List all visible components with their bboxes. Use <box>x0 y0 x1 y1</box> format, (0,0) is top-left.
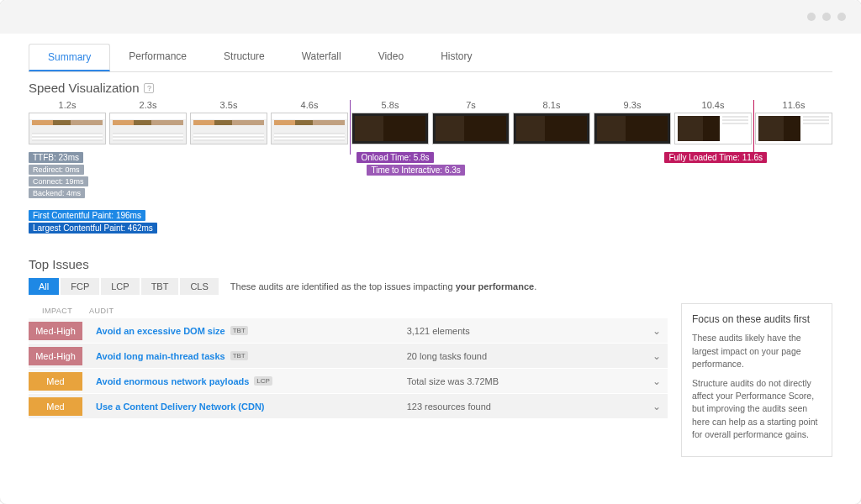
frame-thumbnail <box>109 113 187 144</box>
fully-loaded-badge: Fully Loaded Time: 11.6s <box>664 152 767 163</box>
frame-thumbnail <box>594 113 671 144</box>
audit-cell: Avoid an excessive DOM sizeTBT <box>89 326 407 336</box>
focus-panel-p2: Structure audits do not directly affect … <box>692 377 821 441</box>
audit-link[interactable]: Use a Content Delivery Network (CDN) <box>96 402 265 412</box>
frame-thumbnail <box>513 113 590 144</box>
issues-body: Med-HighAvoid an excessive DOM sizeTBT3,… <box>29 318 668 419</box>
impact-badge: Med <box>29 372 82 391</box>
frame-thumbnail <box>674 113 752 144</box>
frame-time-label: 10.4s <box>702 100 725 110</box>
audit-value: 123 resources found <box>407 402 646 412</box>
app-window: SummaryPerformanceStructureWaterfallVide… <box>0 0 861 504</box>
filmstrip-frame[interactable]: 2.3s <box>109 100 187 144</box>
issue-filter-row: AllFCPLCPTBTCLS These audits are identif… <box>29 278 832 295</box>
timing-badges-left: TTFB: 23ms Redirect: 0ms Connect: 19ms B… <box>29 152 157 234</box>
filmstrip-frame[interactable]: 4.6s <box>271 100 348 144</box>
frame-time-label: 11.6s <box>783 100 806 110</box>
top-issues-title: Top Issues <box>29 257 832 271</box>
issues-layout: IMPACT AUDIT Med-HighAvoid an excessive … <box>29 303 832 457</box>
focus-panel-title: Focus on these audits first <box>692 312 821 327</box>
audit-value: 20 long tasks found <box>407 351 646 361</box>
impact-badge: Med-High <box>29 322 82 340</box>
frame-time-label: 7s <box>466 100 476 110</box>
section-title-text: Speed Visualization <box>29 81 139 95</box>
expand-row-button[interactable]: ⌄ <box>646 401 668 412</box>
focus-panel-p1: These audits likely have the largest imp… <box>692 332 821 370</box>
lcp-badge: Largest Contentful Paint: 462ms <box>29 223 157 234</box>
expand-row-button[interactable]: ⌄ <box>646 325 668 337</box>
tab-summary[interactable]: Summary <box>29 44 110 71</box>
window-dot[interactable] <box>822 13 831 21</box>
frame-time-label: 4.6s <box>301 100 319 110</box>
issue-row[interactable]: Med-HighAvoid long main-thread tasksTBT2… <box>29 344 668 369</box>
expand-row-button[interactable]: ⌄ <box>646 350 668 362</box>
help-icon[interactable]: ? <box>144 83 154 93</box>
audit-cell: Use a Content Delivery Network (CDN) <box>89 402 407 412</box>
frame-thumbnail <box>755 113 832 144</box>
top-issues-section: Top Issues AllFCPLCPTBTCLS These audits … <box>29 257 832 457</box>
frame-time-label: 2.3s <box>140 100 157 110</box>
audit-cell: Avoid enormous network payloadsLCP <box>89 376 407 386</box>
tab-structure[interactable]: Structure <box>205 44 283 71</box>
filmstrip-frame[interactable]: 3.5s <box>190 100 267 144</box>
filter-chip-lcp[interactable]: LCP <box>101 278 139 295</box>
table-header-row: IMPACT AUDIT <box>29 303 668 318</box>
tab-performance[interactable]: Performance <box>110 44 205 71</box>
tab-history[interactable]: History <box>422 44 490 71</box>
impact-badge: Med-High <box>29 347 82 365</box>
filmstrip-frame[interactable]: 10.4s <box>674 100 752 144</box>
frame-time-label: 5.8s <box>382 100 399 110</box>
filter-blurb-text: These audits are identified as the top i… <box>230 281 456 291</box>
issue-row[interactable]: MedAvoid enormous network payloadsLCPTot… <box>29 369 668 394</box>
filter-blurb-bold: your performance <box>456 281 535 291</box>
issue-row[interactable]: MedUse a Content Delivery Network (CDN)1… <box>29 394 668 419</box>
filmstrip-frame[interactable]: 1.2s <box>29 100 106 144</box>
frame-time-label: 9.3s <box>624 100 642 110</box>
chevron-down-icon: ⌄ <box>652 325 661 337</box>
filmstrip-frame[interactable]: 11.6s <box>755 100 832 144</box>
window-controls <box>807 13 846 21</box>
filmstrip-frame[interactable]: 5.8s <box>351 100 429 144</box>
col-header-audit: AUDIT <box>89 307 404 315</box>
tab-waterfall[interactable]: Waterfall <box>283 44 360 71</box>
audit-link[interactable]: Avoid an excessive DOM size <box>96 326 225 336</box>
audit-tag: LCP <box>254 376 272 386</box>
redirect-badge: Redirect: 0ms <box>29 165 84 175</box>
impact-badge: Med <box>29 397 82 416</box>
issues-table: IMPACT AUDIT Med-HighAvoid an excessive … <box>29 303 668 419</box>
timing-marker-line <box>350 100 351 155</box>
audit-link[interactable]: Avoid enormous network payloads <box>96 376 249 386</box>
frame-thumbnail <box>29 113 106 144</box>
expand-row-button[interactable]: ⌄ <box>646 375 668 387</box>
frame-thumbnail <box>271 113 348 144</box>
col-header-impact: IMPACT <box>29 307 89 315</box>
filmstrip-annotations: TTFB: 23ms Redirect: 0ms Connect: 19ms B… <box>29 150 832 234</box>
filter-chip-tbt[interactable]: TBT <box>141 278 179 295</box>
timing-badges-fully: Fully Loaded Time: 11.6s <box>664 152 767 163</box>
filmstrip-frame[interactable]: 7s <box>432 100 510 144</box>
frame-time-label: 3.5s <box>220 100 238 110</box>
frame-thumbnail <box>432 113 510 144</box>
audit-tag: TBT <box>230 351 248 360</box>
backend-badge: Backend: 4ms <box>29 188 85 198</box>
filmstrip-frame[interactable]: 9.3s <box>594 100 671 144</box>
audit-tag: TBT <box>230 326 248 335</box>
content-area: SummaryPerformanceStructureWaterfallVide… <box>0 34 861 457</box>
frame-thumbnail <box>351 113 429 144</box>
audit-value: Total size was 3.72MB <box>407 376 646 386</box>
tab-video[interactable]: Video <box>360 44 422 71</box>
issue-row[interactable]: Med-HighAvoid an excessive DOM sizeTBT3,… <box>29 318 668 344</box>
main-tabs: SummaryPerformanceStructureWaterfallVide… <box>29 44 832 72</box>
filter-chip-fcp[interactable]: FCP <box>61 278 99 295</box>
filter-chip-cls[interactable]: CLS <box>180 278 218 295</box>
chevron-down-icon: ⌄ <box>652 401 661 412</box>
timing-badges-onload: Onload Time: 5.8s Time to Interactive: 6… <box>357 152 464 176</box>
speed-filmstrip: 1.2s2.3s3.5s4.6s5.8s7s8.1s9.3s10.4s11.6s <box>29 100 832 144</box>
filter-chip-all[interactable]: All <box>29 278 59 295</box>
window-dot[interactable] <box>807 13 816 21</box>
window-dot[interactable] <box>837 13 846 21</box>
audit-value: 3,121 elements <box>407 326 646 336</box>
audit-link[interactable]: Avoid long main-thread tasks <box>96 351 225 361</box>
ttfb-badge: TTFB: 23ms <box>29 152 83 163</box>
filmstrip-frame[interactable]: 8.1s <box>513 100 590 144</box>
